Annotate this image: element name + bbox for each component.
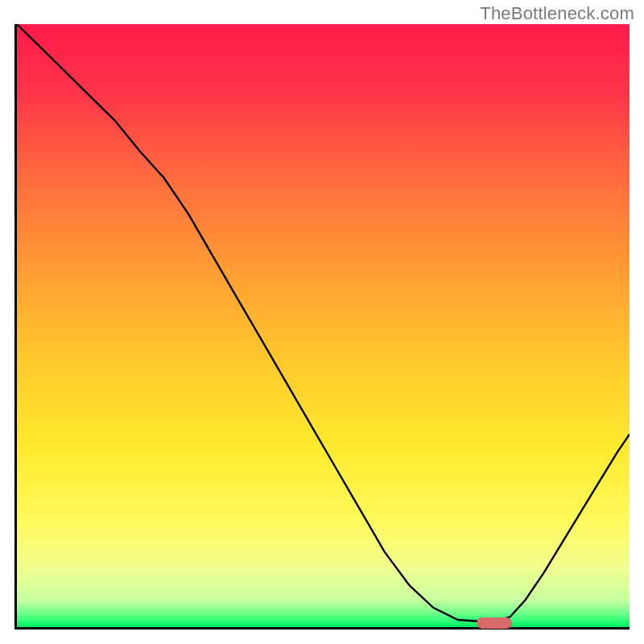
plot-area [14,24,630,630]
curve-layer [17,24,630,627]
optimal-range-marker [477,617,512,629]
bottleneck-curve-line [17,24,630,621]
watermark-text: TheBottleneck.com [480,3,634,24]
